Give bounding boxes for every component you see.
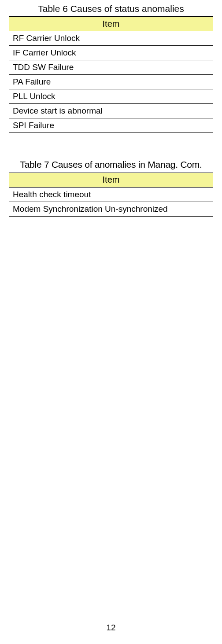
table6-cell: PA Failure [9, 75, 213, 89]
table-row: SPI Failure [9, 118, 213, 133]
table-row: IF Carrier Unlock [9, 46, 213, 60]
table6-cell: TDD SW Failure [9, 60, 213, 75]
table7-header: Item [9, 173, 213, 187]
table-row: PA Failure [9, 75, 213, 89]
table6-cell: IF Carrier Unlock [9, 46, 213, 60]
page-number: 12 [0, 623, 222, 633]
table6-cell: PLL Unlock [9, 89, 213, 104]
table-row: Modem Synchronization Un-synchronized [9, 202, 213, 216]
table6-cell: SPI Failure [9, 118, 213, 133]
table-row: TDD SW Failure [9, 60, 213, 75]
table7: Item Health check timeout Modem Synchron… [9, 173, 213, 217]
table-row: Health check timeout [9, 187, 213, 202]
table7-caption: Table 7 Causes of anomalies in Manag. Co… [7, 158, 215, 170]
table-row: Device start is abnormal [9, 104, 213, 118]
table-row: PLL Unlock [9, 89, 213, 104]
table6-caption: Table 6 Causes of status anomalies [7, 3, 215, 15]
table6-cell: RF Carrier Unlock [9, 31, 213, 46]
table7-cell: Health check timeout [9, 187, 213, 202]
table6: Item RF Carrier Unlock IF Carrier Unlock… [9, 16, 213, 133]
table6-header: Item [9, 17, 213, 31]
table-row: RF Carrier Unlock [9, 31, 213, 46]
table6-cell: Device start is abnormal [9, 104, 213, 118]
table7-cell: Modem Synchronization Un-synchronized [9, 202, 213, 216]
